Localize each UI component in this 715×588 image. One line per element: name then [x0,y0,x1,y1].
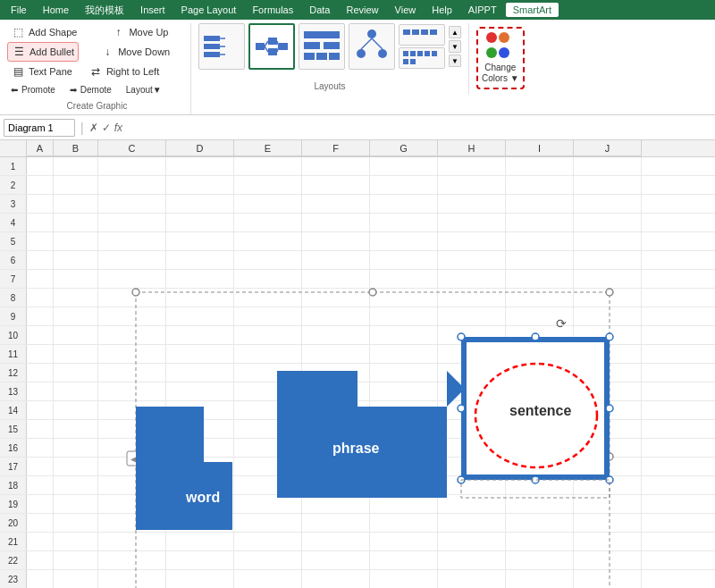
menu-home[interactable]: Home [36,3,76,17]
cell-col-h-17[interactable] [438,458,506,475]
layout-scroll-expand[interactable]: ▼ [449,55,461,67]
cell-col-e-6[interactable] [234,251,302,269]
cell-col-a-2[interactable] [27,176,54,194]
cell-col-e-4[interactable] [234,214,302,231]
cell-col-g-20[interactable] [370,514,438,532]
cell-col-a-10[interactable] [27,326,54,344]
cell-col-h-20[interactable] [438,514,506,532]
cell-col-j-18[interactable] [574,476,642,494]
cell-col-i-23[interactable] [506,570,574,588]
name-box[interactable] [4,119,75,137]
cell-col-d-15[interactable] [166,420,234,438]
cell-col-c-22[interactable] [98,551,166,569]
cell-col-b-7[interactable] [54,270,98,288]
row-number-19[interactable]: 19 [0,495,27,513]
cell-col-f-23[interactable] [302,570,370,588]
cell-col-e-19[interactable] [234,495,302,513]
row-number-7[interactable]: 7 [0,270,27,288]
cell-col-f-2[interactable] [302,176,370,194]
cell-col-d-9[interactable] [166,307,234,325]
cell-col-f-11[interactable] [302,345,370,363]
cell-col-f-15[interactable] [302,420,370,438]
cell-col-i-7[interactable] [506,270,574,288]
layout-thumb-2[interactable] [248,23,295,70]
cell-col-j-9[interactable] [574,307,642,325]
cell-col-a-20[interactable] [27,514,54,532]
add-shape-button[interactable]: ⬚ Add Shape [7,23,80,41]
layout-thumb-6[interactable] [399,47,445,69]
row-number-10[interactable]: 10 [0,326,27,344]
cell-col-i-12[interactable] [506,364,574,382]
row-number-21[interactable]: 21 [0,533,27,550]
cell-col-g-18[interactable] [370,476,438,494]
cell-col-a-19[interactable] [27,495,54,513]
cell-col-g-7[interactable] [370,270,438,288]
cell-col-i-18[interactable] [506,476,574,494]
cell-col-f-18[interactable] [302,476,370,494]
row-number-14[interactable]: 14 [0,401,27,419]
cell-col-a-5[interactable] [27,232,54,250]
cell-col-g-12[interactable] [370,364,438,382]
cell-col-a-3[interactable] [27,195,54,213]
cell-col-f-20[interactable] [302,514,370,532]
cell-col-f-7[interactable] [302,270,370,288]
cell-col-b-12[interactable] [54,364,98,382]
cell-col-h-12[interactable] [438,364,506,382]
cell-col-j-7[interactable] [574,270,642,288]
cell-col-e-12[interactable] [234,364,302,382]
cell-col-c-13[interactable] [98,382,166,400]
cell-col-h-13[interactable] [438,382,506,400]
cell-col-h-4[interactable] [438,214,506,231]
cell-col-b-18[interactable] [54,476,98,494]
cell-col-a-13[interactable] [27,382,54,400]
row-number-8[interactable]: 8 [0,289,27,307]
cell-col-e-9[interactable] [234,307,302,325]
cell-col-c-12[interactable] [98,364,166,382]
cell-col-j-19[interactable] [574,495,642,513]
change-colors-group[interactable]: ChangeColors ▼ [469,23,532,95]
row-number-2[interactable]: 2 [0,176,27,194]
layout-button[interactable]: Layout▼ [122,83,165,97]
row-number-6[interactable]: 6 [0,251,27,269]
cell-col-a-6[interactable] [27,251,54,269]
cell-col-i-9[interactable] [506,307,574,325]
cell-col-g-8[interactable] [370,289,438,307]
cell-col-g-3[interactable] [370,195,438,213]
cell-col-g-5[interactable] [370,232,438,250]
cell-col-e-10[interactable] [234,326,302,344]
cell-col-b-17[interactable] [54,458,98,475]
cell-col-h-14[interactable] [438,401,506,419]
col-header-f[interactable]: F [302,140,370,156]
cell-col-c-11[interactable] [98,345,166,363]
cell-col-g-2[interactable] [370,176,438,194]
col-header-a[interactable]: A [27,140,54,156]
cell-col-d-18[interactable] [166,476,234,494]
cell-col-i-8[interactable] [506,289,574,307]
menu-help[interactable]: Help [425,3,459,17]
add-bullet-button[interactable]: ☰ Add Bullet [7,42,79,62]
cell-col-d-8[interactable] [166,289,234,307]
cell-col-g-17[interactable] [370,458,438,475]
cell-col-c-3[interactable] [98,195,166,213]
cell-col-j-8[interactable] [574,289,642,307]
cell-col-c-2[interactable] [98,176,166,194]
menu-smartart[interactable]: SmartArt [506,3,559,17]
col-header-e[interactable]: E [234,140,302,156]
layout-thumb-1[interactable] [198,23,245,70]
cell-col-g-14[interactable] [370,401,438,419]
cell-col-i-21[interactable] [506,533,574,550]
col-header-d[interactable]: D [166,140,234,156]
cell-col-b-22[interactable] [54,551,98,569]
cell-col-a-15[interactable] [27,420,54,438]
cell-col-f-9[interactable] [302,307,370,325]
cell-col-h-6[interactable] [438,251,506,269]
cell-col-b-11[interactable] [54,345,98,363]
cell-col-b-13[interactable] [54,382,98,400]
cell-col-j-22[interactable] [574,551,642,569]
row-number-13[interactable]: 13 [0,382,27,400]
cell-col-a-18[interactable] [27,476,54,494]
cell-col-e-2[interactable] [234,176,302,194]
cell-col-h-10[interactable] [438,326,506,344]
row-number-3[interactable]: 3 [0,195,27,213]
cell-col-c-19[interactable] [98,495,166,513]
